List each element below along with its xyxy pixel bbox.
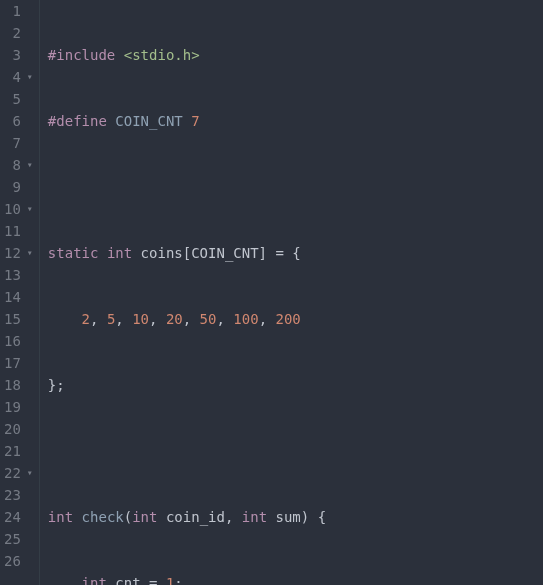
line-number[interactable]: 14	[4, 286, 31, 308]
fold-icon[interactable]: ▾	[27, 198, 33, 220]
line-number[interactable]: 15	[4, 308, 31, 330]
line-number[interactable]: 22▾	[4, 462, 31, 484]
code-line[interactable]: int check(int coin_id, int sum) {	[48, 506, 427, 528]
line-number[interactable]: 17	[4, 352, 31, 374]
line-number[interactable]: 5	[4, 88, 31, 110]
code-line[interactable]: int cnt = 1;	[48, 572, 427, 585]
line-number[interactable]: 16	[4, 330, 31, 352]
line-number[interactable]: 23	[4, 484, 31, 506]
code-line[interactable]: static int coins[COIN_CNT] = {	[48, 242, 427, 264]
line-number[interactable]: 12▾	[4, 242, 31, 264]
gutter: 1 2 3 4▾ 5 6 7 8▾ 9 10▾ 11 12▾ 13 14 15 …	[0, 0, 40, 585]
line-number[interactable]: 10▾	[4, 198, 31, 220]
line-number[interactable]: 19	[4, 396, 31, 418]
line-number[interactable]: 1	[4, 0, 31, 22]
line-number[interactable]: 21	[4, 440, 31, 462]
code-line[interactable]: #include <stdio.h>	[48, 44, 427, 66]
line-number[interactable]: 3	[4, 44, 31, 66]
line-number[interactable]: 7	[4, 132, 31, 154]
line-number[interactable]: 11	[4, 220, 31, 242]
line-number[interactable]: 6	[4, 110, 31, 132]
fold-icon[interactable]: ▾	[27, 66, 33, 88]
line-number[interactable]: 20	[4, 418, 31, 440]
line-number[interactable]: 18	[4, 374, 31, 396]
line-number[interactable]: 8▾	[4, 154, 31, 176]
line-number[interactable]: 26	[4, 550, 31, 572]
line-number[interactable]: 13	[4, 264, 31, 286]
code-line[interactable]	[48, 440, 427, 462]
line-number[interactable]: 24	[4, 506, 31, 528]
code-line[interactable]: #define COIN_CNT 7	[48, 110, 427, 132]
code-editor: 1 2 3 4▾ 5 6 7 8▾ 9 10▾ 11 12▾ 13 14 15 …	[0, 0, 543, 585]
fold-icon[interactable]: ▾	[27, 154, 33, 176]
code-area[interactable]: #include <stdio.h> #define COIN_CNT 7 st…	[40, 0, 427, 585]
line-number[interactable]: 4▾	[4, 66, 31, 88]
line-number[interactable]: 9	[4, 176, 31, 198]
code-line[interactable]	[48, 176, 427, 198]
line-number[interactable]: 25	[4, 528, 31, 550]
fold-icon[interactable]: ▾	[27, 242, 33, 264]
fold-icon[interactable]: ▾	[27, 462, 33, 484]
code-line[interactable]: 2, 5, 10, 20, 50, 100, 200	[48, 308, 427, 330]
line-number[interactable]: 2	[4, 22, 31, 44]
code-line[interactable]: };	[48, 374, 427, 396]
